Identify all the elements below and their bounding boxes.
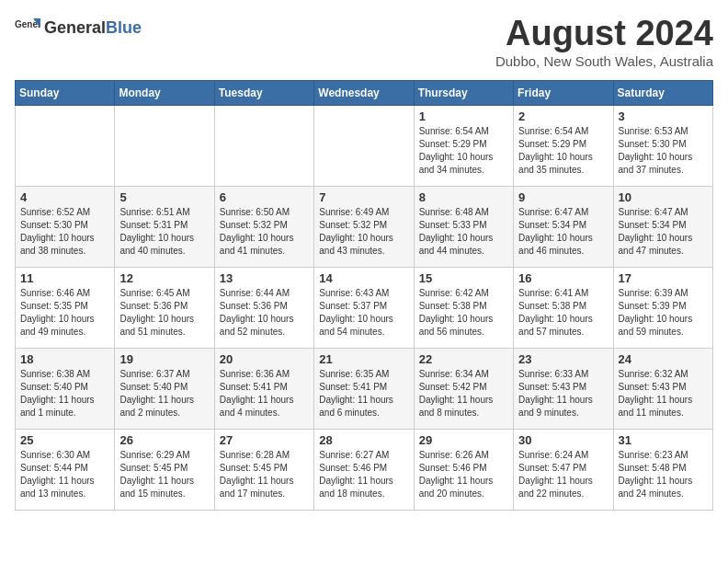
cell-info: Sunrise: 6:45 AM Sunset: 5:36 PM Dayligh… [119,287,209,339]
calendar-cell: 4Sunrise: 6:52 AM Sunset: 5:30 PM Daylig… [16,186,115,267]
cell-day-number: 27 [220,433,309,447]
calendar-cell: 15Sunrise: 6:42 AM Sunset: 5:38 PM Dayli… [414,267,513,348]
cell-info: Sunrise: 6:29 AM Sunset: 5:45 PM Dayligh… [119,449,209,500]
calendar-week-3: 11Sunrise: 6:46 AM Sunset: 5:35 PM Dayli… [16,267,713,348]
calendar-cell: 18Sunrise: 6:38 AM Sunset: 5:40 PM Dayli… [16,348,115,429]
cell-info: Sunrise: 6:51 AM Sunset: 5:31 PM Dayligh… [119,206,209,258]
calendar-week-5: 25Sunrise: 6:30 AM Sunset: 5:44 PM Dayli… [16,429,713,510]
cell-day-number: 22 [419,352,508,366]
cell-day-number: 29 [419,433,508,447]
cell-day-number: 21 [319,352,408,366]
logo-blue-text: Blue [106,18,142,37]
cell-info: Sunrise: 6:32 AM Sunset: 5:43 PM Dayligh… [619,368,708,419]
cell-info: Sunrise: 6:23 AM Sunset: 5:48 PM Dayligh… [619,449,708,500]
page-subtitle: Dubbo, New South Wales, Australia [495,53,713,69]
cell-day-number: 1 [419,109,508,123]
calendar-cell: 17Sunrise: 6:39 AM Sunset: 5:39 PM Dayli… [613,267,712,348]
cell-info: Sunrise: 6:54 AM Sunset: 5:29 PM Dayligh… [518,125,608,177]
calendar-cell: 24Sunrise: 6:32 AM Sunset: 5:43 PM Dayli… [613,348,712,429]
cell-day-number: 12 [119,271,209,285]
cell-info: Sunrise: 6:46 AM Sunset: 5:35 PM Dayligh… [20,287,109,339]
calendar-cell: 27Sunrise: 6:28 AM Sunset: 5:45 PM Dayli… [214,429,313,510]
calendar-cell: 11Sunrise: 6:46 AM Sunset: 5:35 PM Dayli… [16,267,115,348]
cell-day-number: 11 [20,271,109,285]
cell-day-number: 3 [619,109,708,123]
calendar-cell: 5Sunrise: 6:51 AM Sunset: 5:31 PM Daylig… [115,186,214,267]
cell-info: Sunrise: 6:41 AM Sunset: 5:38 PM Dayligh… [518,287,608,339]
calendar-cell: 29Sunrise: 6:26 AM Sunset: 5:46 PM Dayli… [414,429,513,510]
cell-day-number: 28 [319,433,408,447]
cell-info: Sunrise: 6:43 AM Sunset: 5:37 PM Dayligh… [319,287,408,339]
title-section: August 2024 Dubbo, New South Wales, Aust… [495,15,713,69]
cell-info: Sunrise: 6:47 AM Sunset: 5:34 PM Dayligh… [518,206,608,258]
cell-info: Sunrise: 6:53 AM Sunset: 5:30 PM Dayligh… [619,125,708,177]
calendar-cell: 12Sunrise: 6:45 AM Sunset: 5:36 PM Dayli… [115,267,214,348]
cell-info: Sunrise: 6:37 AM Sunset: 5:40 PM Dayligh… [119,368,209,419]
calendar-week-2: 4Sunrise: 6:52 AM Sunset: 5:30 PM Daylig… [16,186,713,267]
cell-day-number: 2 [518,109,608,123]
cell-info: Sunrise: 6:35 AM Sunset: 5:41 PM Dayligh… [319,368,408,419]
calendar-cell: 30Sunrise: 6:24 AM Sunset: 5:47 PM Dayli… [514,429,613,510]
cell-day-number: 5 [119,190,209,204]
day-header-tuesday: Tuesday [214,80,313,105]
day-header-friday: Friday [514,80,613,105]
day-header-monday: Monday [115,80,214,105]
cell-day-number: 24 [619,352,708,366]
cell-day-number: 26 [119,433,209,447]
cell-day-number: 10 [619,190,708,204]
cell-day-number: 13 [220,271,309,285]
calendar-table: SundayMondayTuesdayWednesdayThursdayFrid… [15,80,713,511]
day-header-thursday: Thursday [414,80,513,105]
calendar-cell: 19Sunrise: 6:37 AM Sunset: 5:40 PM Dayli… [115,348,214,429]
calendar-cell: 13Sunrise: 6:44 AM Sunset: 5:36 PM Dayli… [214,267,313,348]
calendar-cell: 21Sunrise: 6:35 AM Sunset: 5:41 PM Dayli… [314,348,414,429]
cell-day-number: 25 [20,433,109,447]
cell-day-number: 20 [220,352,309,366]
cell-info: Sunrise: 6:47 AM Sunset: 5:34 PM Dayligh… [619,206,708,258]
calendar-cell: 16Sunrise: 6:41 AM Sunset: 5:38 PM Dayli… [514,267,613,348]
calendar-cell: 20Sunrise: 6:36 AM Sunset: 5:41 PM Dayli… [214,348,313,429]
cell-day-number: 18 [20,352,109,366]
calendar-week-4: 18Sunrise: 6:38 AM Sunset: 5:40 PM Dayli… [16,348,713,429]
calendar-cell: 14Sunrise: 6:43 AM Sunset: 5:37 PM Dayli… [314,267,414,348]
day-header-saturday: Saturday [613,80,712,105]
calendar-cell [214,105,313,186]
cell-info: Sunrise: 6:27 AM Sunset: 5:46 PM Dayligh… [319,449,408,500]
calendar-cell: 8Sunrise: 6:48 AM Sunset: 5:33 PM Daylig… [414,186,513,267]
cell-info: Sunrise: 6:50 AM Sunset: 5:32 PM Dayligh… [220,206,309,258]
calendar-header-row: SundayMondayTuesdayWednesdayThursdayFrid… [16,80,713,105]
calendar-cell: 22Sunrise: 6:34 AM Sunset: 5:42 PM Dayli… [414,348,513,429]
calendar-cell: 9Sunrise: 6:47 AM Sunset: 5:34 PM Daylig… [514,186,613,267]
page-header: General GeneralBlue August 2024 Dubbo, N… [15,15,713,69]
cell-day-number: 6 [220,190,309,204]
calendar-cell: 26Sunrise: 6:29 AM Sunset: 5:45 PM Dayli… [115,429,214,510]
cell-day-number: 30 [518,433,608,447]
cell-info: Sunrise: 6:42 AM Sunset: 5:38 PM Dayligh… [419,287,508,339]
logo-icon: General [15,15,40,40]
calendar-cell: 2Sunrise: 6:54 AM Sunset: 5:29 PM Daylig… [514,105,613,186]
calendar-cell [115,105,214,186]
calendar-body: 1Sunrise: 6:54 AM Sunset: 5:29 PM Daylig… [16,105,713,510]
calendar-cell: 1Sunrise: 6:54 AM Sunset: 5:29 PM Daylig… [414,105,513,186]
cell-day-number: 16 [518,271,608,285]
calendar-cell: 31Sunrise: 6:23 AM Sunset: 5:48 PM Dayli… [613,429,712,510]
calendar-week-1: 1Sunrise: 6:54 AM Sunset: 5:29 PM Daylig… [16,105,713,186]
cell-info: Sunrise: 6:26 AM Sunset: 5:46 PM Dayligh… [419,449,508,500]
calendar-cell [16,105,115,186]
cell-day-number: 23 [518,352,608,366]
cell-info: Sunrise: 6:33 AM Sunset: 5:43 PM Dayligh… [518,368,608,419]
cell-day-number: 8 [419,190,508,204]
cell-info: Sunrise: 6:30 AM Sunset: 5:44 PM Dayligh… [20,449,109,500]
cell-day-number: 19 [119,352,209,366]
day-header-sunday: Sunday [16,80,115,105]
cell-day-number: 9 [518,190,608,204]
day-header-wednesday: Wednesday [314,80,414,105]
cell-day-number: 31 [619,433,708,447]
cell-info: Sunrise: 6:38 AM Sunset: 5:40 PM Dayligh… [20,368,109,419]
cell-info: Sunrise: 6:49 AM Sunset: 5:32 PM Dayligh… [319,206,408,258]
cell-day-number: 17 [619,271,708,285]
cell-info: Sunrise: 6:34 AM Sunset: 5:42 PM Dayligh… [419,368,508,419]
cell-info: Sunrise: 6:28 AM Sunset: 5:45 PM Dayligh… [220,449,309,500]
cell-day-number: 15 [419,271,508,285]
cell-info: Sunrise: 6:36 AM Sunset: 5:41 PM Dayligh… [220,368,309,419]
